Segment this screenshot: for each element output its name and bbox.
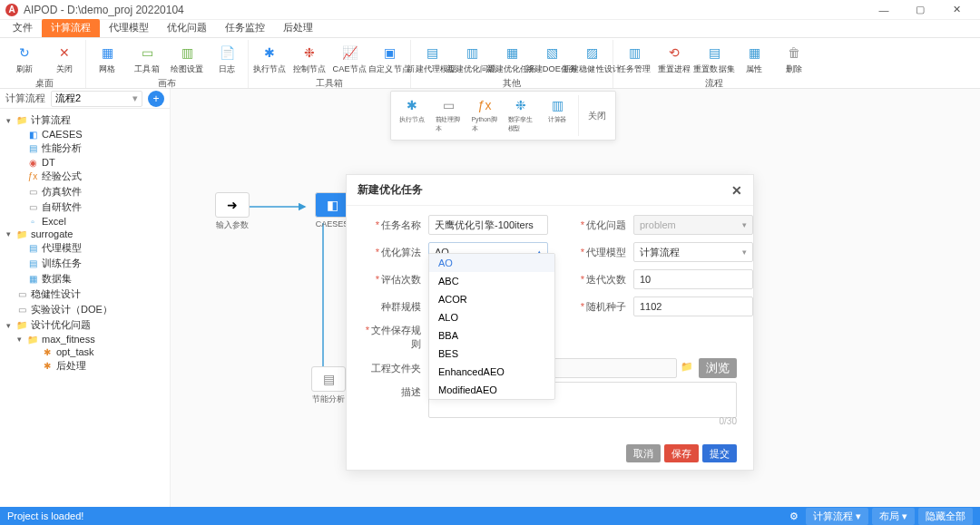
algo-option-0[interactable]: AO bbox=[429, 254, 554, 272]
statusbar-btn-1[interactable]: 计算流程 ▾ bbox=[806, 508, 868, 525]
menu-tab-2[interactable]: 代理模型 bbox=[100, 19, 158, 37]
algo-option-7[interactable]: ModifiedAEO bbox=[429, 381, 554, 399]
statusbar-btn-3[interactable]: 隐藏全部 bbox=[918, 508, 973, 525]
ribbon-item-4-0[interactable]: ▥任务管理 bbox=[615, 42, 653, 77]
ribbon-item-2-3[interactable]: ▣自定义节点 bbox=[370, 42, 408, 77]
algo-option-2[interactable]: ACOR bbox=[429, 290, 554, 308]
tree-icon: ▭ bbox=[26, 202, 39, 213]
menu-tab-3[interactable]: 优化问题 bbox=[158, 19, 216, 37]
ribbon-item-3-4[interactable]: ▨新建稳健性设计 bbox=[573, 42, 611, 77]
ribbon-item-0-0[interactable]: ↻刷新 bbox=[5, 42, 44, 77]
mini-tb-item-4[interactable]: ▥计算器 bbox=[540, 95, 574, 136]
opt-problem-select[interactable]: problem▾ bbox=[633, 215, 753, 235]
algo-option-6[interactable]: EnhancedAEO bbox=[429, 363, 554, 381]
tree-node-5[interactable]: ▭仿真软件 bbox=[2, 184, 168, 199]
menu-tab-5[interactable]: 后处理 bbox=[274, 19, 322, 37]
desc-label: 描述 bbox=[401, 386, 421, 397]
ribbon-item-1-3[interactable]: 📄日志 bbox=[208, 42, 246, 77]
ribbon-item-2-0[interactable]: ✱执行节点 bbox=[250, 42, 289, 77]
flow-node-input[interactable]: ➜ 输入参数 bbox=[207, 192, 258, 231]
tree-icon: ▦ bbox=[26, 274, 39, 285]
tree-node-1[interactable]: ◧CAESES bbox=[2, 128, 168, 141]
ribbon-item-3-0[interactable]: ▤新建代理模型 bbox=[413, 42, 451, 77]
ribbon-item-4-2[interactable]: ▤重置数据集 bbox=[695, 42, 733, 77]
ribbon-item-2-1[interactable]: ❉控制节点 bbox=[290, 42, 328, 77]
tree-node-10[interactable]: ▤训练任务 bbox=[2, 256, 168, 271]
ribbon-item-4-1[interactable]: ⟲重置进程 bbox=[655, 42, 693, 77]
tree-icon: ▫ bbox=[26, 216, 39, 227]
statusbar-btn-2[interactable]: 布局 ▾ bbox=[872, 508, 915, 525]
mini-tb-close[interactable]: 关闭 bbox=[583, 110, 612, 122]
app-name: AIPOD bbox=[24, 4, 57, 16]
flow-selector[interactable]: 流程2 ▾ bbox=[51, 91, 142, 107]
add-flow-button[interactable]: + bbox=[148, 91, 164, 107]
save-rule-label: 文件保存规则 bbox=[371, 325, 421, 349]
tree-node-7[interactable]: ▫Excel bbox=[2, 215, 168, 228]
minimize-button[interactable]: — bbox=[866, 0, 902, 20]
analysis-icon: ▤ bbox=[323, 372, 335, 386]
tree-icon: ▭ bbox=[15, 289, 28, 300]
tree-icon: 📁 bbox=[15, 115, 28, 126]
mini-tb-item-0[interactable]: ✱执行节点 bbox=[395, 95, 429, 136]
mini-tb-item-1[interactable]: ▭前处理脚本 bbox=[431, 95, 466, 136]
dialog-close-button[interactable]: ✕ bbox=[731, 183, 742, 198]
ribbon-item-0-1[interactable]: ✕关闭 bbox=[45, 42, 83, 77]
close-window-button[interactable]: ✕ bbox=[938, 0, 975, 20]
mini-tb-item-3[interactable]: ❉数字孪生模型 bbox=[504, 95, 538, 136]
statusbar-btn-0[interactable]: ⚙ bbox=[786, 510, 802, 522]
app-logo: A bbox=[5, 4, 18, 16]
algo-option-4[interactable]: BBA bbox=[429, 326, 554, 345]
ribbon-item-3-1[interactable]: ▥新建优化问题 bbox=[453, 42, 491, 77]
ribbon-icon: ▤ bbox=[423, 44, 441, 62]
mini-tb-item-2[interactable]: ƒxPython脚本 bbox=[467, 95, 502, 136]
algo-option-1[interactable]: ABC bbox=[429, 272, 554, 290]
ribbon-icon: ▨ bbox=[583, 44, 601, 62]
tree-node-11[interactable]: ▦数据集 bbox=[2, 271, 168, 287]
save-button[interactable]: 保存 bbox=[664, 444, 699, 462]
project-path: D:\demo_proj 20220104 bbox=[67, 4, 184, 16]
ribbon-item-4-4[interactable]: 🗑删除 bbox=[775, 42, 813, 77]
tree-node-4[interactable]: ƒx经验公式 bbox=[2, 169, 168, 184]
ribbon-item-1-1[interactable]: ▭工具箱 bbox=[128, 42, 166, 77]
cancel-button[interactable]: 取消 bbox=[626, 444, 661, 462]
algo-label: 优化算法 bbox=[381, 247, 421, 258]
tree-icon: ▤ bbox=[26, 243, 39, 254]
iters-input[interactable] bbox=[633, 269, 753, 289]
model-label: 代理模型 bbox=[586, 247, 626, 258]
tree-node-16[interactable]: ✱opt_task bbox=[2, 345, 168, 358]
ribbon-icon: ✱ bbox=[260, 44, 279, 62]
tree-node-13[interactable]: ▭实验设计（DOE） bbox=[2, 302, 168, 317]
flow-selector-label: 计算流程 bbox=[5, 92, 45, 105]
algo-option-5[interactable]: BES bbox=[429, 345, 554, 363]
tree-node-6[interactable]: ▭自研软件 bbox=[2, 199, 168, 215]
opt-problem-label: 优化问题 bbox=[586, 219, 626, 230]
browse-button[interactable]: 浏览 bbox=[699, 358, 737, 378]
ribbon-item-1-2[interactable]: ▥绘图设置 bbox=[168, 42, 206, 77]
tree-node-0[interactable]: ▾📁计算流程 bbox=[2, 112, 168, 128]
seed-input[interactable] bbox=[633, 297, 753, 316]
tree-node-17[interactable]: ✱后处理 bbox=[2, 358, 168, 374]
model-select[interactable]: 计算流程▾ bbox=[633, 242, 753, 262]
ribbon-item-2-2[interactable]: 📈CAE节点 bbox=[330, 42, 368, 77]
tree-node-3[interactable]: ◉DT bbox=[2, 156, 168, 169]
chevron-down-icon: ▾ bbox=[742, 243, 747, 261]
task-name-input[interactable] bbox=[428, 215, 548, 235]
algo-option-3[interactable]: ALO bbox=[429, 308, 554, 326]
menu-tab-1[interactable]: 计算流程 bbox=[42, 19, 100, 37]
tree-node-15[interactable]: ▾📁max_fitness bbox=[2, 333, 168, 345]
ribbon-item-1-0[interactable]: ▦网格 bbox=[88, 42, 126, 77]
submit-button[interactable]: 提交 bbox=[702, 444, 737, 462]
maximize-button[interactable]: ▢ bbox=[902, 0, 938, 20]
tree-node-2[interactable]: ▤性能分析 bbox=[2, 141, 168, 156]
tree-node-12[interactable]: ▭稳健性设计 bbox=[2, 287, 168, 302]
ribbon-icon: ▤ bbox=[705, 44, 723, 62]
caeses-icon: ◧ bbox=[327, 198, 338, 212]
ribbon-icon: ▥ bbox=[463, 44, 481, 62]
tree-node-14[interactable]: ▾📁设计优化问题 bbox=[2, 317, 168, 333]
tree-node-9[interactable]: ▤代理模型 bbox=[2, 240, 168, 256]
tree-node-8[interactable]: ▾📁surrogate bbox=[2, 228, 168, 240]
menu-tab-4[interactable]: 任务监控 bbox=[216, 19, 274, 37]
tree-icon: ◧ bbox=[26, 129, 39, 140]
menu-tab-0[interactable]: 文件 bbox=[4, 19, 42, 37]
ribbon-item-4-3[interactable]: ▦属性 bbox=[735, 42, 773, 77]
